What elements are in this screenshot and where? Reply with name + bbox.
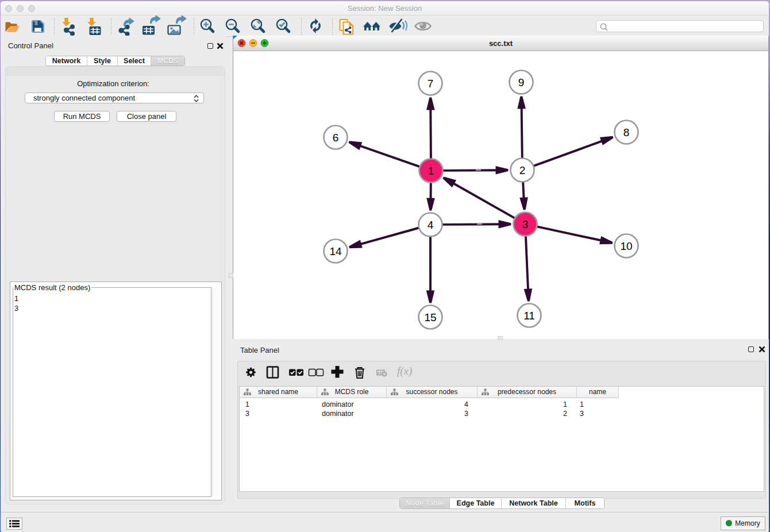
svg-text:10: 10 [620, 240, 632, 252]
svg-text:11: 11 [523, 310, 535, 322]
svg-text:8: 8 [623, 126, 630, 138]
svg-text:9: 9 [518, 76, 525, 88]
svg-text:15: 15 [424, 311, 436, 323]
svg-text:4: 4 [428, 219, 434, 231]
svg-text:7: 7 [428, 78, 434, 90]
svg-text:6: 6 [333, 132, 339, 144]
svg-text:3: 3 [522, 218, 529, 230]
svg-text:1: 1 [428, 165, 434, 177]
svg-text:2: 2 [519, 164, 526, 176]
svg-text:14: 14 [329, 245, 342, 257]
